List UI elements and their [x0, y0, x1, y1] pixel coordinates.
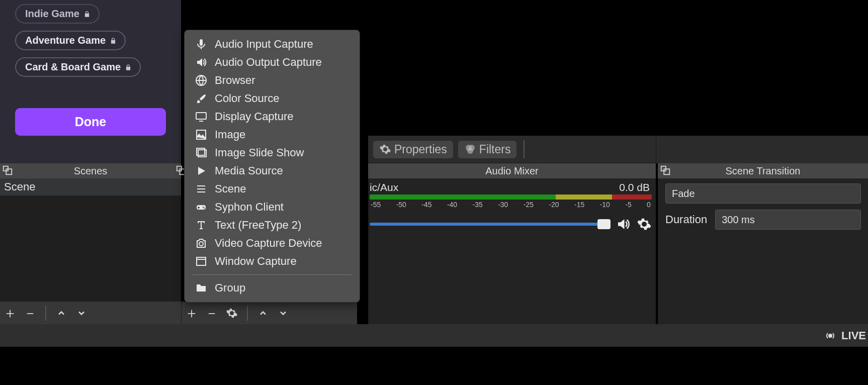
channel-level: 0.0 dB: [619, 181, 650, 194]
audio-mixer-panel-header: Audio Mixer: [368, 163, 656, 178]
speaker-icon: [195, 56, 208, 69]
menu-item-monitor[interactable]: Display Capture: [185, 108, 360, 126]
level-meter: [370, 195, 652, 200]
filters-button[interactable]: Filters: [458, 141, 517, 158]
properties-button[interactable]: Properties: [373, 141, 453, 158]
menu-item-label: Window Capture: [215, 255, 297, 268]
menu-item-label: Browser: [215, 74, 255, 87]
move-scene-up-button[interactable]: [51, 303, 71, 323]
source-action-bar: Properties Filters: [368, 136, 656, 163]
popout-icon[interactable]: [2, 165, 13, 176]
broadcast-icon: [824, 330, 836, 342]
menu-item-label: Display Capture: [215, 110, 294, 123]
done-button[interactable]: Done: [15, 108, 166, 136]
menu-item-list[interactable]: Scene: [185, 180, 360, 198]
lock-icon: [83, 11, 91, 18]
duration-value: 300 ms: [722, 214, 755, 226]
panel-title: Scenes: [74, 165, 108, 177]
menu-item-image[interactable]: Image: [185, 126, 360, 144]
meter-ticks: -55-50-45-40-35-30-25-20-15-10-50: [370, 201, 652, 209]
tag-pill[interactable]: Adventure Game: [15, 31, 126, 50]
move-scene-down-button[interactable]: [71, 303, 92, 323]
button-label: Filters: [479, 143, 511, 156]
tag-sidebar: Indie Game Adventure Game Card & Board G…: [0, 0, 181, 163]
menu-item-label: Syphon Client: [215, 201, 284, 214]
menu-item-label: Audio Input Capture: [215, 38, 313, 51]
menu-item-camera[interactable]: Video Capture Device: [185, 234, 360, 252]
volume-slider[interactable]: [370, 223, 610, 226]
speaker-icon[interactable]: [616, 217, 631, 232]
panel-title: Scene Transition: [726, 165, 801, 177]
scenes-list: Scene: [0, 178, 181, 302]
menu-item-mic[interactable]: Audio Input Capture: [185, 35, 360, 53]
audio-mixer-body: ic/Aux 0.0 dB -55-50-45-40-35-30-25-20-1…: [368, 178, 656, 324]
channel-name: ic/Aux: [370, 181, 398, 194]
svg-rect-8: [177, 166, 182, 171]
svg-rect-2: [661, 166, 666, 171]
panel-title: Audio Mixer: [485, 165, 539, 177]
gear-icon: [379, 143, 391, 155]
status-bar: LIVE: [0, 324, 868, 347]
menu-item-label: Image Slide Show: [215, 146, 304, 159]
toolbar-separator: [45, 306, 46, 321]
svg-point-23: [199, 242, 203, 246]
menu-item-label: Scene: [215, 182, 246, 196]
svg-rect-22: [198, 207, 200, 208]
duration-label: Duration: [665, 213, 707, 226]
menu-item-window[interactable]: Window Capture: [185, 252, 360, 270]
svg-point-19: [203, 207, 204, 208]
scene-transitions-panel-header: Scene Transition: [658, 163, 868, 178]
move-source-down-button[interactable]: [273, 303, 293, 323]
remove-scene-button[interactable]: －: [20, 303, 40, 323]
add-scene-button[interactable]: ＋: [0, 303, 20, 323]
menu-item-label: Color Source: [215, 92, 279, 105]
svg-rect-24: [197, 257, 206, 265]
tag-pill[interactable]: Indie Game: [15, 4, 100, 24]
tag-pill[interactable]: Card & Board Game: [15, 57, 141, 77]
duration-input[interactable]: 300 ms: [715, 210, 861, 230]
sources-toolbar: ＋ －: [181, 302, 357, 324]
add-source-button[interactable]: ＋: [182, 303, 202, 323]
slider-thumb[interactable]: [597, 219, 611, 229]
globe-icon: [195, 74, 208, 87]
brush-icon: [195, 92, 208, 105]
button-label: Properties: [394, 143, 447, 156]
lock-icon: [125, 64, 132, 71]
window-icon: [195, 255, 208, 268]
toolbar-separator: [524, 140, 525, 158]
scene-item[interactable]: Scene: [0, 178, 181, 196]
svg-point-6: [467, 148, 473, 154]
menu-item-label: Media Source: [215, 164, 283, 177]
svg-rect-3: [664, 169, 669, 174]
scenes-toolbar: ＋ －: [0, 302, 181, 324]
tag-label: Adventure Game: [25, 35, 106, 46]
svg-rect-11: [196, 113, 206, 119]
menu-item-label: Audio Output Capture: [215, 56, 322, 69]
add-source-context-menu: Audio Input CaptureAudio Output CaptureB…: [184, 30, 360, 303]
toolbar-separator: [247, 306, 248, 321]
mic-icon: [195, 38, 208, 51]
menu-item-slideshow[interactable]: Image Slide Show: [185, 144, 360, 162]
gear-icon[interactable]: [637, 217, 652, 232]
lock-icon: [110, 37, 117, 44]
popout-icon[interactable]: [660, 165, 671, 176]
source-settings-button[interactable]: [222, 303, 242, 323]
filters-icon: [464, 143, 476, 155]
monitor-icon: [195, 110, 208, 123]
menu-item-play[interactable]: Media Source: [185, 162, 360, 180]
menu-item-brush[interactable]: Color Source: [185, 89, 360, 108]
remove-source-button[interactable]: －: [202, 303, 222, 323]
folder-icon: [195, 281, 208, 295]
slideshow-icon: [195, 146, 208, 159]
menu-item-group[interactable]: Group: [185, 279, 360, 297]
menu-item-speaker[interactable]: Audio Output Capture: [185, 53, 360, 71]
menu-item-label: Video Capture Device: [215, 237, 322, 250]
scene-transitions-body: Fade Duration 300 ms: [658, 178, 868, 324]
menu-item-globe[interactable]: Browser: [185, 71, 360, 89]
menu-item-gamepad[interactable]: Syphon Client: [185, 198, 360, 216]
menu-item-label: Text (FreeType 2): [215, 219, 301, 232]
move-source-up-button[interactable]: [253, 303, 273, 323]
menu-item-text[interactable]: Text (FreeType 2): [185, 216, 360, 234]
transition-select[interactable]: Fade: [665, 183, 861, 204]
mixer-channel: ic/Aux 0.0 dB -55-50-45-40-35-30-25-20-1…: [369, 181, 656, 234]
